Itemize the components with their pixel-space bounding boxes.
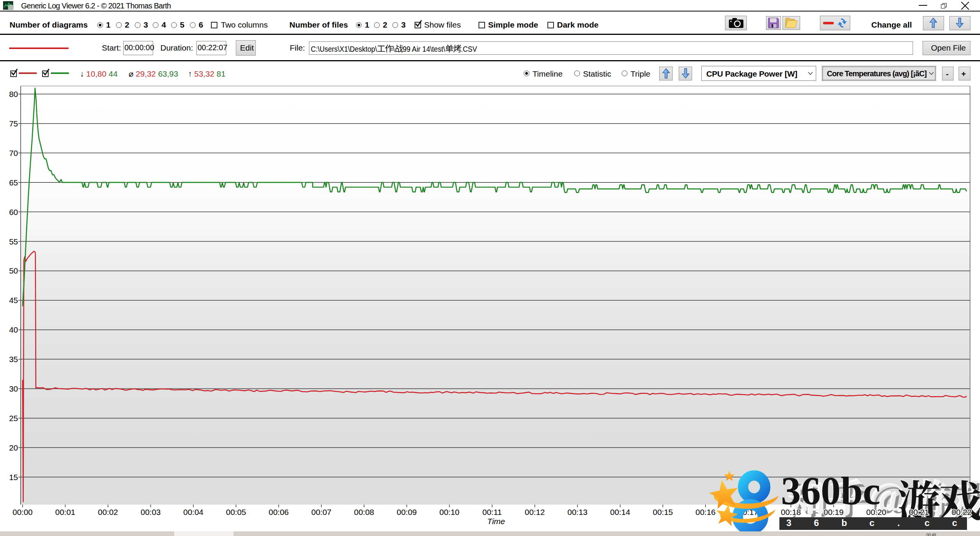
svg-text:00:18: 00:18 (781, 508, 801, 516)
svg-text:00:01: 00:01 (55, 508, 75, 516)
svg-text:00:08: 00:08 (354, 508, 374, 516)
svg-text:00:03: 00:03 (140, 508, 161, 516)
svg-text:00:02: 00:02 (98, 508, 118, 516)
svg-text:00:20: 00:20 (866, 508, 887, 516)
svg-text:00:19: 00:19 (823, 508, 844, 516)
svg-text:00:04: 00:04 (183, 508, 204, 516)
svg-text:00:21: 00:21 (909, 508, 929, 516)
svg-text:Time: Time (487, 517, 505, 526)
svg-text:00:11: 00:11 (482, 508, 502, 516)
svg-text:00:00: 00:00 (13, 508, 33, 516)
svg-text:00:15: 00:15 (653, 508, 673, 516)
svg-text:00:14: 00:14 (610, 508, 630, 516)
svg-text:00:09: 00:09 (397, 508, 417, 516)
svg-text:00:10: 00:10 (439, 508, 460, 516)
svg-text:00:07: 00:07 (311, 508, 332, 516)
svg-text:00:22: 00:22 (952, 508, 972, 516)
svg-text:00:05: 00:05 (226, 508, 246, 516)
svg-text:00:06: 00:06 (269, 508, 289, 516)
svg-text:00:12: 00:12 (525, 508, 545, 516)
svg-text:00:13: 00:13 (567, 508, 588, 516)
